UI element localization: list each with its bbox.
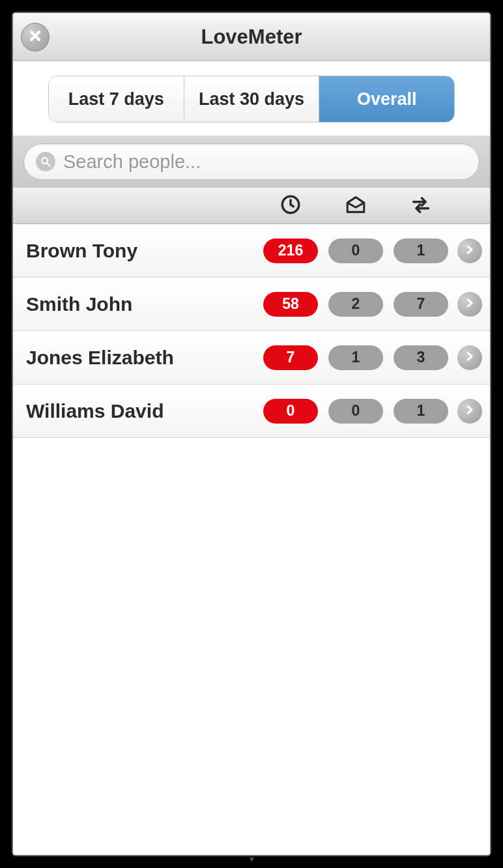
list-item[interactable]: Jones Elizabeth 7 1 3 — [13, 331, 490, 384]
disclosure-button[interactable] — [457, 345, 482, 370]
swap-badge: 7 — [394, 292, 448, 317]
segment-label: Overall — [357, 89, 417, 109]
mail-open-icon — [345, 194, 367, 218]
column-header-swap[interactable] — [388, 194, 453, 218]
segmented-control: Last 7 days Last 30 days Overall — [48, 76, 455, 123]
list-item[interactable]: Smith John 58 2 7 — [13, 278, 490, 331]
column-header-mail[interactable] — [323, 194, 388, 218]
chevron-right-icon — [464, 351, 476, 365]
app-screen: LoveMeter Last 7 days Last 30 days Overa… — [12, 12, 491, 856]
header-bar: LoveMeter — [13, 13, 490, 61]
close-icon — [27, 28, 43, 46]
segment-overall[interactable]: Overall — [319, 76, 454, 122]
search-field[interactable] — [23, 143, 480, 180]
disclosure-button[interactable] — [457, 399, 482, 424]
swap-badge: 3 — [394, 345, 448, 370]
mail-badge: 0 — [328, 239, 383, 263]
segment-label: Last 7 days — [68, 89, 164, 109]
time-badge: 216 — [263, 239, 318, 263]
time-badge: 0 — [263, 399, 318, 424]
search-bar — [13, 136, 490, 188]
search-icon — [36, 152, 55, 171]
people-list[interactable]: Brown Tony 216 0 1 Smith John 58 2 7 Jon… — [13, 224, 490, 855]
segmented-control-wrap: Last 7 days Last 30 days Overall — [13, 61, 490, 136]
person-name: Williams David — [26, 400, 258, 422]
chevron-right-icon — [464, 297, 476, 311]
time-badge: 7 — [263, 345, 318, 370]
person-name: Brown Tony — [26, 240, 258, 262]
swap-badge: 1 — [394, 399, 448, 424]
search-input[interactable] — [63, 151, 467, 173]
person-name: Jones Elizabeth — [26, 347, 258, 369]
person-name: Smith John — [26, 293, 258, 315]
swap-arrows-icon — [410, 194, 432, 218]
mail-badge: 2 — [328, 292, 383, 317]
time-badge: 58 — [263, 292, 318, 317]
segment-last-30-days[interactable]: Last 30 days — [184, 76, 320, 122]
list-item[interactable]: Williams David 0 0 1 — [13, 384, 490, 438]
segment-last-7-days[interactable]: Last 7 days — [49, 76, 184, 122]
disclosure-button[interactable] — [457, 239, 482, 263]
svg-line-1 — [47, 163, 50, 166]
clock-icon — [280, 194, 302, 218]
chevron-right-icon — [464, 404, 476, 418]
segment-label: Last 30 days — [199, 89, 304, 109]
mail-badge: 1 — [328, 345, 383, 370]
column-header-time[interactable] — [258, 194, 323, 218]
column-headers — [13, 188, 490, 224]
page-title: LoveMeter — [201, 25, 302, 49]
list-item[interactable]: Brown Tony 216 0 1 — [13, 224, 490, 278]
mail-badge: 0 — [328, 399, 383, 424]
home-indicator-icon: ▾ — [250, 854, 254, 864]
disclosure-button[interactable] — [457, 292, 482, 317]
swap-badge: 1 — [394, 239, 448, 263]
chevron-right-icon — [464, 244, 476, 258]
close-button[interactable] — [21, 23, 50, 51]
